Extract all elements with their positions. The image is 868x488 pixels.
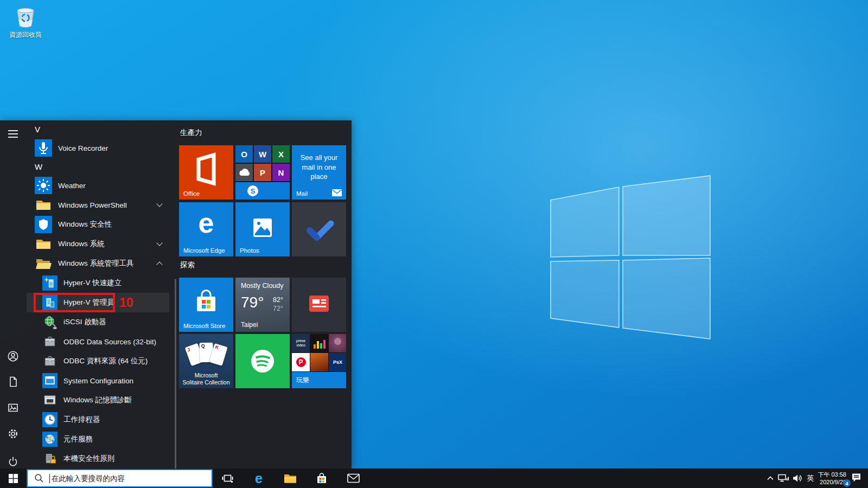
tray-network[interactable] — [777, 472, 790, 484]
app-odbc-64[interactable]: ODBC 資料來源 (64 位元) — [26, 351, 169, 371]
tile-office[interactable]: Office — [179, 145, 233, 200]
taskbar-edge-button[interactable]: e — [247, 468, 271, 488]
pictures-icon[interactable] — [7, 402, 19, 414]
app-component-services[interactable]: 元件服務 — [26, 429, 169, 449]
app-label: Windows 系統 — [58, 239, 105, 249]
tile-to-do[interactable] — [292, 202, 346, 256]
tile-play-group[interactable]: prime video P PsX 玩樂 — [292, 334, 346, 388]
app-hyperv-quick-create[interactable]: Hyper-V 快速建立 — [26, 273, 169, 293]
taskbar-mail-button[interactable] — [341, 468, 365, 488]
task-view-button[interactable] — [215, 468, 239, 488]
start-button[interactable] — [0, 468, 26, 488]
app-local-security-policy[interactable]: 本機安全性原則 — [26, 449, 169, 468]
tray-expand-chevron[interactable] — [764, 472, 777, 484]
voice-recorder-icon — [35, 139, 52, 157]
powerpoint-icon[interactable]: P — [254, 164, 271, 181]
folder-icon — [35, 196, 52, 214]
tile-microsoft-store[interactable]: Microsoft Store — [179, 278, 233, 332]
chevron-down-icon[interactable] — [156, 240, 162, 246]
start-menu-rail — [0, 120, 26, 468]
taskbar-store-button[interactable] — [310, 468, 334, 488]
app-label: 工作排程器 — [63, 415, 100, 425]
start-menu-tiles: 生產力 Office O W X P N S — [179, 120, 352, 468]
tile-weather-live[interactable]: Mostly Cloudy 79° 82° 72° Taipei — [235, 278, 290, 332]
music-equalizer-icon[interactable] — [310, 334, 328, 352]
user-account-icon[interactable] — [7, 350, 19, 362]
app-windows-security[interactable]: Windows 安全性 — [26, 215, 169, 234]
action-center-button[interactable] — [850, 471, 863, 483]
app-memory-diagnostic[interactable]: Windows 記憶體診斷 — [26, 390, 169, 410]
chevron-down-icon[interactable] — [156, 201, 162, 207]
prime-video-icon[interactable]: prime video — [292, 334, 310, 352]
app-odbc-32[interactable]: ODBC Data Sources (32-bit) — [26, 332, 169, 351]
notification-count-badge: 4 — [843, 479, 851, 487]
chevron-up-icon[interactable] — [156, 261, 162, 267]
tray-clock[interactable]: 下午 03:58 2020/9/29 — [812, 471, 846, 486]
tile-microsoft-edge[interactable]: e Microsoft Edge — [179, 202, 233, 256]
outlook-icon[interactable]: O — [235, 145, 253, 163]
app-label: Weather — [58, 182, 86, 190]
tile-label: 玩樂 — [296, 376, 309, 385]
documents-icon[interactable] — [7, 376, 19, 388]
search-input[interactable] — [52, 474, 198, 483]
app-system-configuration[interactable]: System Configuration — [26, 371, 169, 390]
app-hyperv-manager[interactable]: Hyper-V 管理員 — [26, 293, 169, 312]
tile-mail[interactable]: See all your mail in one place Mail — [292, 145, 346, 200]
annotation-step-number: 10 — [119, 296, 133, 310]
weather-sun-icon — [35, 177, 52, 194]
tile-label: Microsoft Edge — [183, 247, 225, 254]
system-configuration-icon — [42, 373, 58, 388]
excel-icon[interactable]: X — [272, 145, 290, 163]
app-voice-recorder[interactable]: Voice Recorder — [26, 138, 169, 158]
menu-hamburger-icon[interactable] — [7, 128, 19, 140]
app-label: Windows 安全性 — [58, 220, 112, 229]
tile-group-explore: 探索 — [180, 260, 195, 270]
onedrive-icon[interactable] — [235, 164, 253, 181]
onenote-icon[interactable]: N — [272, 164, 290, 181]
play-group-strip: 玩樂 — [292, 372, 346, 388]
odbc-toolbox-icon — [42, 354, 58, 369]
pinterest-icon[interactable]: P — [292, 353, 310, 371]
app-label: ODBC 資料來源 (64 位元) — [63, 356, 148, 366]
clock-time: 下午 03:58 — [812, 471, 846, 478]
app-label: Windows 系統管理工具 — [58, 259, 134, 268]
app-windows-system[interactable]: Windows 系統 — [26, 234, 169, 254]
taskbar-file-explorer-button[interactable] — [278, 468, 302, 488]
game-thumbnail-icon[interactable] — [329, 334, 346, 352]
mail-icon — [347, 473, 360, 483]
tile-office-apps-group[interactable]: O W X P N S — [235, 145, 290, 200]
settings-gear-icon[interactable] — [7, 428, 19, 440]
word-icon[interactable]: W — [254, 145, 271, 163]
folder-icon — [35, 235, 52, 253]
app-label: Windows 記憶體診斷 — [63, 395, 132, 405]
app-label: 元件服務 — [63, 434, 93, 444]
edge-logo-icon: e — [179, 207, 233, 239]
local-security-icon — [42, 451, 58, 466]
skype-icon[interactable]: S — [235, 182, 290, 200]
app-label: Hyper-V 快速建立 — [63, 278, 122, 288]
tile-photos[interactable]: Photos — [235, 202, 290, 256]
clock-date: 2020/9/29 — [812, 478, 846, 486]
odbc-toolbox-icon — [42, 334, 58, 349]
recycle-bin[interactable]: 資源回收筒 — [4, 3, 47, 40]
tray-volume[interactable] — [791, 472, 804, 484]
taskbar-search-box[interactable] — [27, 469, 213, 487]
tile-news[interactable] — [292, 278, 346, 332]
app-weather[interactable]: Weather — [26, 176, 169, 195]
app-list-scrollbar[interactable] — [175, 279, 176, 485]
app-windows-powershell[interactable]: Windows PowerShell — [26, 195, 169, 215]
app-windows-admin-tools[interactable]: Windows 系統管理工具 — [26, 254, 169, 273]
hyperv-manager-icon — [42, 295, 58, 310]
game-thumbnail-icon[interactable] — [310, 353, 328, 371]
recycle-bin-label: 資源回收筒 — [4, 30, 47, 40]
app-task-scheduler[interactable]: 工作排程器 — [26, 410, 169, 429]
tile-spotify[interactable] — [235, 334, 290, 388]
office-apps-grid: O W X P N S — [235, 145, 290, 200]
power-icon[interactable] — [7, 455, 19, 467]
weather-temperature: 79° — [241, 294, 264, 311]
psx-icon[interactable]: PsX — [329, 353, 346, 371]
app-iscsi-initiator[interactable]: iSCSI 啟動器 — [26, 312, 169, 332]
app-label: Windows PowerShell — [58, 201, 127, 209]
tile-solitaire[interactable]: J Q K Microsoft Solitaire Collection — [179, 334, 233, 388]
windows-start-icon — [9, 474, 18, 483]
